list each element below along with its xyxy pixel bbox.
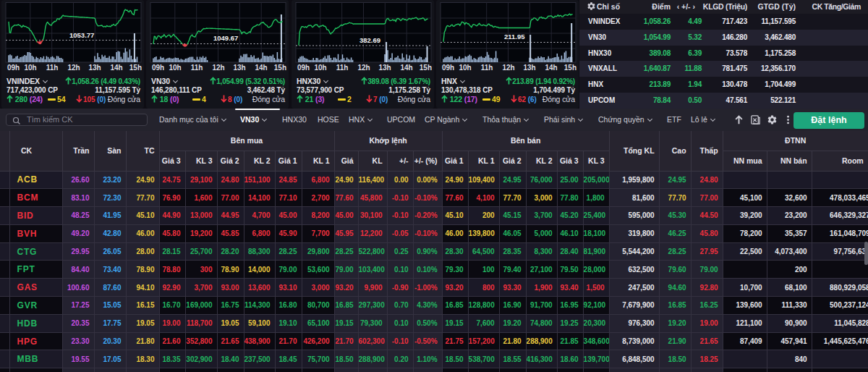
svg-text:13h: 13h [378,64,391,72]
svg-text:15h: 15h [274,64,286,72]
svg-text:211.95: 211.95 [504,33,525,41]
svg-text:10h: 10h [314,64,326,72]
svg-text:11h: 11h [336,64,349,72]
svg-text:15h: 15h [129,64,142,72]
svg-text:12h: 12h [67,64,80,72]
svg-text:09h: 09h [7,64,20,72]
svg-text:15h: 15h [420,64,432,72]
svg-text:1053.77: 1053.77 [69,31,94,39]
svg-text:13h: 13h [88,64,101,72]
svg-text:10h: 10h [24,64,36,72]
svg-text:10h: 10h [169,64,181,72]
svg-text:12h: 12h [212,64,224,72]
svg-text:11h: 11h [481,64,493,72]
svg-text:13h: 13h [523,64,535,72]
svg-text:09h: 09h [297,64,310,72]
svg-text:14h: 14h [110,64,122,72]
svg-text:14h: 14h [255,64,267,72]
svg-text:13h: 13h [233,64,245,72]
svg-text:09h: 09h [442,64,454,72]
svg-text:14h: 14h [545,64,557,72]
svg-text:10h: 10h [459,64,471,72]
svg-text:14h: 14h [400,64,412,72]
svg-text:1049.67: 1049.67 [213,34,238,42]
svg-text:09h: 09h [152,64,164,72]
svg-text:11h: 11h [191,64,203,72]
svg-text:12h: 12h [502,64,514,72]
svg-text:12h: 12h [357,64,370,72]
svg-text:15h: 15h [564,64,576,72]
svg-text:382.69: 382.69 [359,36,380,44]
svg-text:11h: 11h [46,64,59,72]
